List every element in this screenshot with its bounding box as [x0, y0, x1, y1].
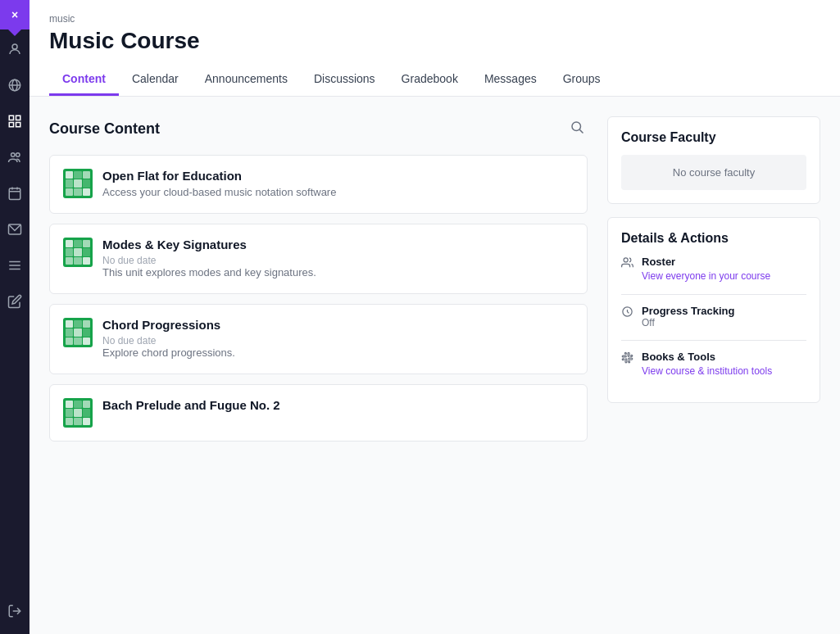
tab-groups[interactable]: Groups: [550, 64, 614, 96]
card-title-open-flat: Open Flat for Education: [102, 169, 574, 183]
books-icon: [621, 351, 633, 366]
tab-calendar[interactable]: Calendar: [119, 64, 192, 96]
logout-nav-icon[interactable]: [0, 595, 30, 627]
tab-discussions[interactable]: Discussions: [301, 64, 388, 96]
globe-nav-icon[interactable]: [0, 69, 30, 102]
divider-1: [621, 294, 806, 295]
svg-point-21: [624, 258, 628, 262]
divider-2: [621, 340, 806, 341]
svg-rect-6: [9, 123, 13, 127]
list-nav-icon[interactable]: [0, 249, 30, 282]
svg-rect-4: [9, 115, 13, 120]
close-button[interactable]: ×: [0, 0, 30, 29]
card-title-bach: Bach Prelude and Fugue No. 2: [102, 398, 574, 412]
card-desc-open-flat: Access your cloud-based music notation s…: [102, 186, 574, 198]
content-card-modes[interactable]: Modes & Key Signatures No due date This …: [49, 224, 588, 294]
progress-item: Progress Tracking Off: [621, 305, 806, 328]
svg-rect-7: [16, 123, 20, 127]
page-header: music Music Course Content Calendar Anno…: [30, 0, 840, 97]
faculty-panel: Course Faculty No course faculty: [607, 116, 820, 204]
progress-icon: [621, 306, 633, 320]
search-button[interactable]: [566, 116, 588, 142]
page-title: Music Course: [49, 28, 820, 54]
details-panel-title: Details & Actions: [621, 231, 806, 246]
svg-rect-10: [9, 188, 20, 200]
card-desc-modes: This unit explores modes and key signatu…: [102, 266, 574, 279]
roster-label: Roster: [642, 256, 770, 268]
calendar-nav-icon[interactable]: [0, 177, 30, 210]
card-icon-bach: [63, 398, 93, 428]
dashboard-nav-icon[interactable]: [0, 105, 30, 138]
section-header: Course Content: [49, 116, 588, 142]
card-desc-chord: Explore chord progressions.: [102, 346, 574, 359]
card-icon-chord: [63, 318, 93, 347]
card-icon-open-flat: [63, 169, 93, 198]
user-nav-icon[interactable]: [0, 33, 30, 66]
content-card-open-flat[interactable]: Open Flat for Education Access your clou…: [49, 155, 588, 214]
tab-messages[interactable]: Messages: [471, 64, 550, 96]
card-title-modes: Modes & Key Signatures: [102, 238, 574, 251]
tab-gradebook[interactable]: Gradebook: [388, 64, 471, 96]
card-title-chord: Chord Progressions: [102, 318, 574, 332]
card-due-modes: No due date: [102, 255, 574, 266]
svg-line-20: [579, 129, 583, 133]
svg-point-9: [16, 153, 20, 157]
tab-announcements[interactable]: Announcements: [192, 64, 301, 96]
books-item: Books & Tools View course & institution …: [621, 351, 806, 378]
content-card-bach[interactable]: Bach Prelude and Fugue No. 2: [49, 384, 588, 442]
faculty-panel-title: Course Faculty: [621, 130, 806, 145]
progress-label: Progress Tracking: [642, 305, 734, 317]
roster-item: Roster View everyone in your course: [621, 256, 806, 283]
card-icon-modes: [63, 238, 93, 267]
svg-point-19: [572, 122, 581, 131]
books-link[interactable]: View course & institution tools: [642, 365, 772, 377]
roster-link[interactable]: View everyone in your course: [642, 270, 770, 282]
details-panel: Details & Actions Roster View everyone i…: [607, 217, 820, 403]
main-content: music Music Course Content Calendar Anno…: [30, 0, 840, 634]
course-content-area: Course Content Open Flat: [49, 116, 588, 614]
section-title: Course Content: [49, 120, 160, 138]
roster-icon: [621, 256, 633, 271]
tab-content[interactable]: Content: [49, 64, 119, 96]
svg-rect-5: [16, 115, 20, 120]
svg-point-8: [11, 153, 16, 157]
books-label: Books & Tools: [642, 351, 772, 363]
no-faculty-badge: No course faculty: [621, 155, 806, 190]
card-due-chord: No due date: [102, 335, 574, 346]
sidebar-panel: Course Faculty No course faculty Details…: [607, 116, 820, 614]
mail-nav-icon[interactable]: [0, 213, 30, 246]
nav-tabs: Content Calendar Announcements Discussio…: [49, 64, 820, 96]
groups-nav-icon[interactable]: [0, 141, 30, 174]
svg-point-0: [12, 44, 17, 49]
edit-nav-icon[interactable]: [0, 285, 30, 318]
breadcrumb: music: [49, 13, 820, 25]
content-card-chord[interactable]: Chord Progressions No due date Explore c…: [49, 304, 588, 374]
page-body: Course Content Open Flat: [30, 97, 840, 634]
app-sidebar: ×: [0, 0, 30, 634]
progress-value: Off: [642, 317, 734, 328]
